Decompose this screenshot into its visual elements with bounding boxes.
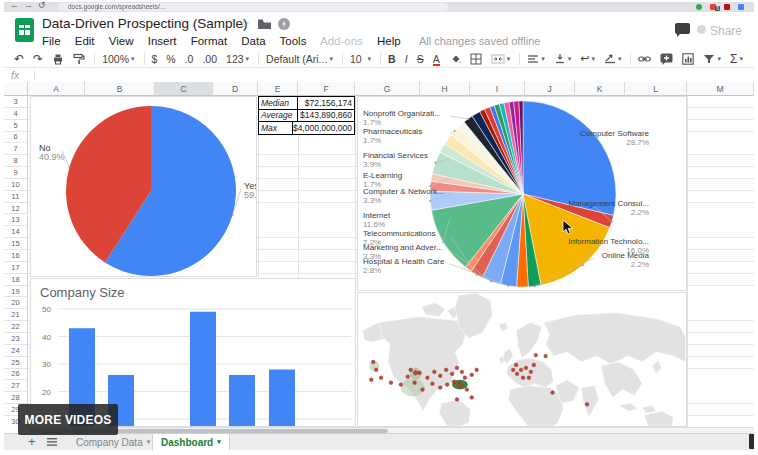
row-header-22[interactable]: 22 — [4, 321, 28, 333]
insert-link-button[interactable] — [638, 54, 651, 64]
bold-button[interactable]: B — [388, 53, 396, 65]
column-header-L[interactable]: L — [625, 82, 687, 96]
column-header-F[interactable]: F — [298, 82, 355, 96]
merge-cells-button[interactable]: ▾ — [491, 53, 511, 65]
insert-comment-button[interactable] — [660, 53, 673, 65]
column-header-J[interactable]: J — [525, 82, 575, 96]
borders-button[interactable] — [470, 53, 482, 65]
font-size-select[interactable]: 10▾ — [350, 53, 371, 65]
format-percent-button[interactable]: % — [166, 53, 175, 65]
row-header-24[interactable]: 24 — [4, 345, 28, 357]
row-header-25[interactable]: 25 — [4, 357, 28, 369]
menu-view[interactable]: View — [109, 35, 134, 47]
extension-icon-darkred[interactable] — [724, 4, 730, 10]
row-header-10[interactable]: 10 — [4, 179, 28, 191]
column-header-K[interactable]: K — [575, 82, 625, 96]
fill-color-button[interactable] — [449, 53, 461, 65]
menu-insert[interactable]: Insert — [148, 35, 177, 47]
row-header-28[interactable]: 28 — [4, 392, 28, 404]
url-bar[interactable]: docs.google.com/spreadsheets/… — [58, 3, 448, 11]
redo-button[interactable]: ↷ — [33, 52, 43, 66]
menu-help[interactable]: Help — [377, 35, 401, 47]
chart-industry-pie[interactable]: Hospital & Health Care2.8%Marketing and … — [357, 96, 687, 291]
extension-icon-green[interactable] — [696, 4, 702, 10]
row-header-16[interactable]: 16 — [4, 250, 28, 262]
menu-edit[interactable]: Edit — [75, 35, 95, 47]
add-sheet-button[interactable]: + — [28, 434, 36, 449]
save-status: All changes saved offline — [419, 35, 541, 47]
row-header-18[interactable]: 18 — [4, 274, 28, 286]
column-header-D[interactable]: D — [213, 82, 258, 96]
star-icon[interactable]: ☆ — [239, 17, 250, 31]
row-header-3[interactable]: 3 — [4, 96, 28, 108]
column-header-C[interactable]: C — [155, 82, 213, 96]
vertical-align-button[interactable]: ▾ — [554, 53, 572, 64]
row-header-15[interactable]: 15 — [4, 238, 28, 250]
stats-table[interactable]: Median$72,156,174Average$143,890,860Max$… — [258, 96, 355, 135]
increase-decimal-button[interactable]: .00 — [202, 53, 217, 65]
font-select[interactable]: Default (Ari...▾ — [266, 53, 333, 65]
row-header-20[interactable]: 20 — [4, 297, 28, 309]
decrease-decimal-button[interactable]: .0 — [185, 53, 194, 65]
pie-label: Online Media2.2% — [602, 251, 649, 269]
row-header-21[interactable]: 21 — [4, 309, 28, 321]
format-currency-button[interactable]: $ — [152, 53, 158, 65]
chart-public-pie[interactable]: No40.9%Yes59.1% — [30, 96, 257, 277]
strikethrough-button[interactable]: S — [417, 53, 424, 65]
functions-button[interactable]: Σ▾ — [730, 52, 743, 66]
horizontal-align-button[interactable]: ▾ — [527, 54, 545, 64]
menu-file[interactable]: File — [42, 35, 61, 47]
comment-icon[interactable] — [675, 23, 690, 37]
row-header-14[interactable]: 14 — [4, 226, 28, 238]
folder-icon[interactable] — [258, 19, 271, 29]
column-header-H[interactable]: H — [420, 82, 470, 96]
more-videos-button[interactable]: MORE VIDEOS — [18, 404, 118, 435]
column-header-G[interactable]: G — [355, 82, 420, 96]
row-header-9[interactable]: 9 — [4, 167, 28, 179]
italic-button[interactable]: I — [405, 53, 408, 65]
row-header-8[interactable]: 8 — [4, 155, 28, 167]
more-formats-button[interactable]: 123▾ — [226, 53, 249, 65]
text-rotation-button[interactable]: ▾ — [604, 53, 622, 64]
all-sheets-menu-icon[interactable] — [47, 438, 57, 446]
row-header-12[interactable]: 12 — [4, 203, 28, 215]
tab-company-data[interactable]: Company Data▾ — [68, 434, 158, 450]
tab-dashboard[interactable]: Dashboard▾ — [152, 434, 230, 450]
row-header-6[interactable]: 6 — [4, 132, 28, 144]
row-header-4[interactable]: 4 — [4, 108, 28, 120]
text-wrap-button[interactable]: ↩▾ — [580, 52, 595, 65]
zoom-select[interactable]: 100%▾ — [102, 53, 134, 65]
row-header-11[interactable]: 11 — [4, 191, 28, 203]
print-button[interactable] — [52, 53, 64, 65]
row-header-19[interactable]: 19 — [4, 286, 28, 298]
menu-data[interactable]: Data — [241, 35, 265, 47]
column-header-A[interactable]: A — [28, 82, 85, 96]
paint-format-button[interactable] — [73, 53, 85, 65]
column-header-B[interactable]: B — [85, 82, 155, 96]
column-header-E[interactable]: E — [258, 82, 298, 96]
row-header-27[interactable]: 27 — [4, 380, 28, 392]
text-color-button[interactable]: A — [433, 53, 440, 65]
formula-bar[interactable]: fx — [4, 68, 754, 83]
row-header-5[interactable]: 5 — [4, 120, 28, 132]
extension-icon-blue[interactable] — [738, 4, 744, 10]
insert-chart-button[interactable] — [682, 53, 694, 65]
menu-addons[interactable]: Add-ons — [320, 35, 363, 47]
chart-world-map[interactable] — [357, 292, 687, 427]
share-button[interactable]: Share — [710, 24, 742, 38]
offline-status-icon[interactable] — [278, 18, 290, 30]
row-header-13[interactable]: 13 — [4, 215, 28, 227]
menu-format[interactable]: Format — [191, 35, 227, 47]
filter-button[interactable]: ▾ — [703, 54, 721, 64]
pie-label: Financial Services3.9% — [363, 151, 428, 169]
column-header-I[interactable]: I — [470, 82, 525, 96]
row-header-7[interactable]: 7 — [4, 143, 28, 155]
menu-tools[interactable]: Tools — [280, 35, 307, 47]
document-title[interactable]: Data-Driven Prospecting (Sample) — [42, 16, 248, 31]
sheets-logo[interactable] — [15, 18, 34, 42]
row-header-17[interactable]: 17 — [4, 262, 28, 274]
row-header-23[interactable]: 23 — [4, 333, 28, 345]
column-header-M[interactable]: M — [687, 82, 754, 96]
row-header-26[interactable]: 26 — [4, 369, 28, 381]
undo-button[interactable]: ↶ — [14, 52, 24, 66]
